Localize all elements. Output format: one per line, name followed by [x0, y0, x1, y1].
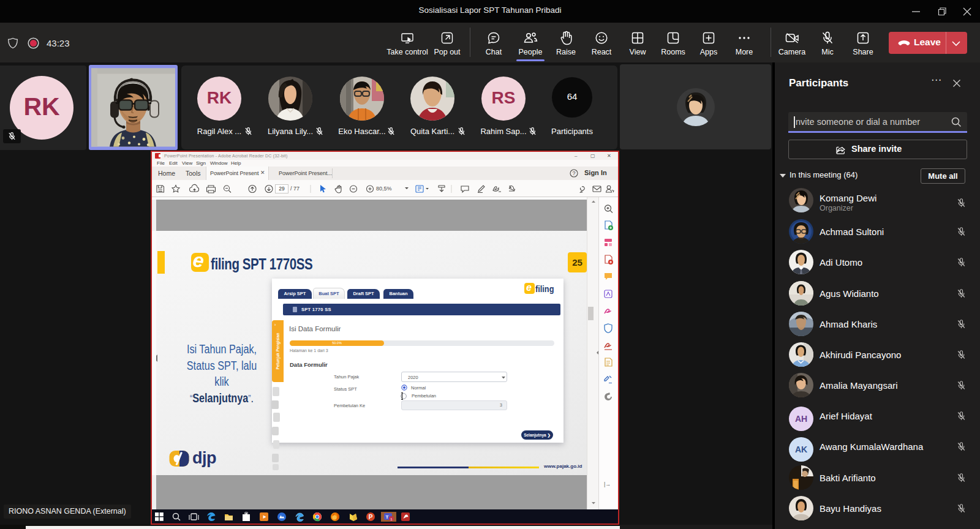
svg-text:T: T	[386, 514, 389, 520]
svg-text:P: P	[369, 514, 373, 520]
svg-text:?: ?	[572, 170, 575, 176]
